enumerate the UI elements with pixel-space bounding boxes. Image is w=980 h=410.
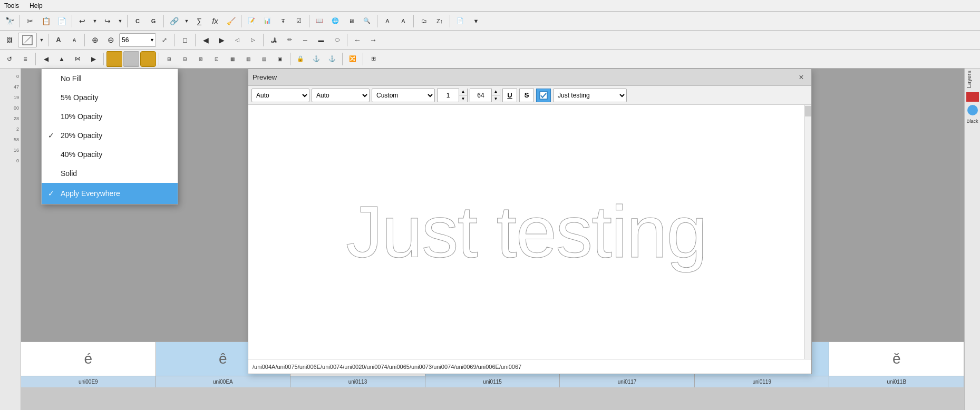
insert-char-btn[interactable]: C [130, 14, 145, 28]
menu-tools[interactable]: Tools [2, 1, 21, 11]
copy-btn[interactable]: 📋 [38, 14, 53, 28]
table-6-btn[interactable]: ▥ [241, 52, 256, 66]
preview-close-btn[interactable]: × [795, 72, 807, 83]
text-size-btn[interactable]: A [51, 33, 66, 47]
monitor-btn[interactable]: 🖥 [344, 14, 358, 28]
nav-fwd-btn[interactable]: → [366, 33, 381, 47]
shape-sq1-btn[interactable] [106, 51, 122, 67]
glyph-cell-e9[interactable]: é [21, 342, 156, 376]
table-7-btn[interactable]: ▤ [257, 52, 271, 66]
fit-page-btn[interactable]: ⤢ [157, 33, 172, 47]
anchor2-btn[interactable]: ⚓ [325, 52, 339, 66]
text-size2-btn[interactable]: A [67, 33, 82, 47]
vector-btn[interactable]: 🔀 [345, 52, 360, 66]
text-edit-btn[interactable]: Ŧ [276, 14, 290, 28]
shape-sq2-btn[interactable] [123, 51, 139, 67]
text-shadow2-btn[interactable]: A [396, 14, 411, 28]
table-4-btn[interactable]: ⊡ [209, 52, 224, 66]
preview-scrollbar[interactable] [804, 105, 811, 359]
spin-2-input[interactable]: 64 [470, 92, 491, 99]
spin-2-down[interactable]: ▼ [492, 95, 500, 102]
strikethrough-btn[interactable]: S [519, 89, 534, 102]
chain-btn[interactable]: 🔗 [167, 14, 181, 28]
tri-right-btn[interactable]: ▷ [246, 33, 260, 47]
lock-btn[interactable]: 🔒 [293, 52, 308, 66]
page-add2-btn[interactable]: ▼ [469, 14, 483, 28]
fill-dropdown-btn[interactable]: ▼ [38, 33, 45, 47]
draw-pen-btn[interactable]: ✏ [282, 33, 297, 47]
shape-merge-btn[interactable]: ⋈ [70, 52, 85, 66]
anchor1-btn[interactable]: ⚓ [309, 52, 324, 66]
rect-btn[interactable]: ▬ [314, 33, 328, 47]
table-5-btn[interactable]: ▦ [225, 52, 240, 66]
ellipse-btn[interactable]: ⬭ [329, 33, 344, 47]
properties-btn[interactable]: 📝 [244, 14, 259, 28]
view-mode-btn[interactable]: 🖼 [2, 33, 17, 47]
table-8-btn[interactable]: ▣ [273, 52, 287, 66]
checkbox-btn[interactable]: ☑ [292, 14, 306, 28]
dropdown-item-solid[interactable]: Solid [42, 164, 178, 183]
chain-dropdown-btn[interactable]: ▼ [182, 14, 191, 28]
redo-btn[interactable]: ↪ [100, 14, 115, 28]
expand-btn[interactable]: ⊞ [366, 52, 381, 66]
paste-btn[interactable]: 📄 [54, 14, 69, 28]
fx-btn[interactable]: fx [208, 14, 222, 28]
spin-2-up[interactable]: ▲ [492, 89, 500, 96]
search-globe-btn[interactable]: 🌐 [328, 14, 343, 28]
glyph-cell-11b[interactable]: ě [829, 342, 964, 376]
menu-help[interactable]: Help [27, 1, 45, 11]
preview-select-1[interactable]: Auto Normal [251, 89, 309, 102]
zoom-select[interactable]: 56 100 150 [119, 33, 156, 47]
frame-search-btn[interactable]: 🔍 [360, 14, 374, 28]
dropdown-item-apply-everywhere[interactable]: Apply Everywhere [42, 183, 178, 204]
dropdown-item-40-opacity[interactable]: 40% Opacity [42, 145, 178, 164]
rotate-btn[interactable]: ↺ [2, 52, 17, 66]
dropdown-item-20-opacity[interactable]: 20% Opacity [42, 126, 178, 145]
search-book-btn[interactable]: 📖 [312, 14, 327, 28]
sort-az2-btn[interactable]: Z↑ [432, 14, 447, 28]
table-edit-btn[interactable]: 📊 [260, 14, 275, 28]
text-shadow-btn[interactable]: A [380, 14, 395, 28]
dropdown-item-no-fill[interactable]: No Fill [42, 69, 178, 88]
spin-1-down[interactable]: ▼ [459, 95, 467, 102]
insert-g-btn[interactable]: G [146, 14, 161, 28]
tri-left-btn[interactable]: ◁ [230, 33, 245, 47]
dropdown-item-10-opacity[interactable]: 10% Opacity [42, 107, 178, 126]
dropdown-item-5-opacity[interactable]: 5% Opacity [42, 88, 178, 107]
sep10 [48, 34, 48, 46]
cut-btn[interactable]: ✂ [23, 14, 37, 28]
shape-tri-left-btn[interactable]: ◀ [38, 52, 53, 66]
preview-text-select[interactable]: Just testing [553, 89, 627, 102]
shape-tri-up-btn[interactable]: ▲ [54, 52, 69, 66]
fit-width-btn[interactable]: ◻ [178, 33, 192, 47]
play-back-btn[interactable]: ◀ [198, 33, 213, 47]
underline-btn[interactable]: U [502, 89, 517, 102]
sep20 [342, 53, 343, 65]
binoculars-btn[interactable]: 🔭 [2, 14, 17, 28]
redo-dropdown-btn[interactable]: ▼ [116, 14, 124, 28]
table-1-btn[interactable]: ⊞ [162, 52, 177, 66]
zoom-in-btn[interactable]: ⊕ [88, 33, 102, 47]
zoom-out-btn[interactable]: ⊖ [103, 33, 118, 47]
sort-az-btn[interactable]: 🗂 [416, 14, 431, 28]
table-3-btn[interactable]: ⊠ [193, 52, 208, 66]
preview-checkbox-btn[interactable] [536, 89, 551, 102]
draw-line-btn[interactable]: ─ [298, 33, 313, 47]
undo-btn[interactable]: ↩ [75, 14, 90, 28]
eraser-btn[interactable]: 🧹 [224, 14, 238, 28]
insert-image-btn[interactable]: 🏞 [266, 33, 281, 47]
play-fwd-btn[interactable]: ▶ [214, 33, 229, 47]
table-2-btn[interactable]: ⊟ [178, 52, 192, 66]
spin-1-input[interactable]: 1 [438, 92, 459, 99]
preview-select-3[interactable]: Custom Regular [372, 89, 435, 102]
shape-tri-right-btn[interactable]: ▶ [86, 52, 101, 66]
preview-select-2[interactable]: Auto Bold [312, 89, 370, 102]
undo-dropdown-btn[interactable]: ▼ [91, 14, 99, 28]
align-btn[interactable]: ≡ [18, 52, 33, 66]
page-add-btn[interactable]: 📄 [453, 14, 468, 28]
fill-btn[interactable] [18, 33, 37, 47]
nav-back-btn[interactable]: ← [350, 33, 365, 47]
shape-sq3-btn[interactable] [140, 51, 156, 67]
sigma-btn[interactable]: ∑ [192, 14, 207, 28]
spin-1-up[interactable]: ▲ [459, 89, 467, 96]
